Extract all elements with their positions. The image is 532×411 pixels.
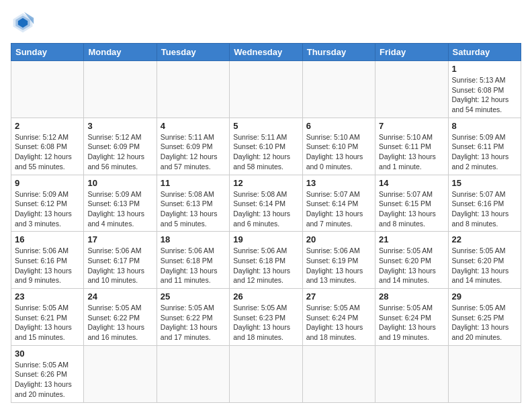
day-number: 2 (15, 121, 80, 131)
calendar-cell: 21Sunrise: 5:05 AM Sunset: 6:20 PM Dayli… (375, 232, 448, 289)
day-number: 21 (379, 234, 444, 244)
calendar-cell: 13Sunrise: 5:07 AM Sunset: 6:14 PM Dayli… (302, 175, 375, 232)
day-info: Sunrise: 5:12 AM Sunset: 6:08 PM Dayligh… (15, 132, 80, 172)
weekday-row: SundayMondayTuesdayWednesdayThursdayFrid… (11, 44, 521, 61)
day-number: 24 (87, 291, 152, 302)
day-info: Sunrise: 5:05 AM Sunset: 6:23 PM Dayligh… (233, 303, 298, 342)
day-info: Sunrise: 5:09 AM Sunset: 6:11 PM Dayligh… (452, 132, 517, 172)
calendar-cell: 8Sunrise: 5:09 AM Sunset: 6:11 PM Daylig… (448, 118, 521, 175)
calendar-cell: 14Sunrise: 5:07 AM Sunset: 6:15 PM Dayli… (375, 175, 448, 232)
calendar-week-row: 23Sunrise: 5:05 AM Sunset: 6:21 PM Dayli… (11, 289, 521, 346)
calendar-cell: 28Sunrise: 5:05 AM Sunset: 6:24 PM Dayli… (375, 289, 448, 346)
calendar-cell: 10Sunrise: 5:09 AM Sunset: 6:13 PM Dayli… (84, 175, 157, 232)
calendar-cell: 2Sunrise: 5:12 AM Sunset: 6:08 PM Daylig… (11, 118, 84, 175)
day-info: Sunrise: 5:10 AM Sunset: 6:10 PM Dayligh… (306, 132, 371, 172)
logo (11, 11, 39, 35)
calendar: SundayMondayTuesdayWednesdayThursdayFrid… (11, 43, 521, 403)
calendar-week-row: 9Sunrise: 5:09 AM Sunset: 6:12 PM Daylig… (11, 175, 521, 232)
day-info: Sunrise: 5:05 AM Sunset: 6:20 PM Dayligh… (379, 246, 444, 285)
calendar-week-row: 30Sunrise: 5:05 AM Sunset: 6:26 PM Dayli… (11, 345, 521, 402)
day-info: Sunrise: 5:11 AM Sunset: 6:09 PM Dayligh… (161, 132, 226, 172)
day-info: Sunrise: 5:06 AM Sunset: 6:18 PM Dayligh… (161, 246, 226, 285)
weekday-header: Thursday (302, 44, 375, 61)
day-number: 27 (306, 291, 371, 302)
day-info: Sunrise: 5:09 AM Sunset: 6:13 PM Dayligh… (87, 189, 152, 229)
day-number: 22 (452, 234, 517, 244)
calendar-cell: 3Sunrise: 5:12 AM Sunset: 6:09 PM Daylig… (84, 118, 157, 175)
calendar-cell: 1Sunrise: 5:13 AM Sunset: 6:08 PM Daylig… (448, 61, 521, 118)
day-number: 4 (161, 121, 226, 131)
day-number: 19 (233, 234, 298, 244)
weekday-header: Tuesday (157, 44, 229, 61)
day-number: 28 (379, 291, 444, 302)
calendar-cell (84, 61, 157, 118)
day-number: 9 (15, 178, 80, 188)
day-number: 30 (15, 349, 80, 359)
day-info: Sunrise: 5:05 AM Sunset: 6:25 PM Dayligh… (452, 303, 517, 342)
day-number: 20 (306, 234, 371, 244)
day-number: 17 (87, 234, 152, 244)
day-number: 25 (161, 291, 226, 302)
calendar-cell (302, 345, 375, 402)
calendar-cell (11, 61, 84, 118)
weekday-header: Monday (84, 44, 157, 61)
day-number: 26 (233, 291, 298, 302)
day-info: Sunrise: 5:08 AM Sunset: 6:14 PM Dayligh… (233, 189, 298, 229)
calendar-cell: 19Sunrise: 5:06 AM Sunset: 6:18 PM Dayli… (230, 232, 302, 289)
calendar-cell: 24Sunrise: 5:05 AM Sunset: 6:22 PM Dayli… (84, 289, 157, 346)
calendar-cell: 29Sunrise: 5:05 AM Sunset: 6:25 PM Dayli… (448, 289, 521, 346)
calendar-cell (448, 345, 521, 402)
day-number: 11 (161, 178, 226, 188)
day-number: 10 (87, 178, 152, 188)
day-number: 14 (379, 178, 444, 188)
calendar-cell: 23Sunrise: 5:05 AM Sunset: 6:21 PM Dayli… (11, 289, 84, 346)
calendar-cell: 7Sunrise: 5:10 AM Sunset: 6:11 PM Daylig… (375, 118, 448, 175)
day-info: Sunrise: 5:08 AM Sunset: 6:13 PM Dayligh… (161, 189, 226, 229)
page-header (11, 11, 521, 35)
day-info: Sunrise: 5:05 AM Sunset: 6:24 PM Dayligh… (379, 303, 444, 342)
calendar-cell (157, 345, 229, 402)
day-info: Sunrise: 5:09 AM Sunset: 6:12 PM Dayligh… (15, 189, 80, 229)
weekday-header: Saturday (448, 44, 521, 61)
day-number: 8 (452, 121, 517, 131)
day-number: 3 (87, 121, 152, 131)
calendar-cell: 17Sunrise: 5:06 AM Sunset: 6:17 PM Dayli… (84, 232, 157, 289)
day-number: 29 (452, 291, 517, 302)
day-info: Sunrise: 5:12 AM Sunset: 6:09 PM Dayligh… (87, 132, 152, 172)
day-info: Sunrise: 5:05 AM Sunset: 6:21 PM Dayligh… (15, 303, 80, 342)
calendar-cell (230, 345, 302, 402)
calendar-cell: 4Sunrise: 5:11 AM Sunset: 6:09 PM Daylig… (157, 118, 229, 175)
calendar-cell: 5Sunrise: 5:11 AM Sunset: 6:10 PM Daylig… (230, 118, 302, 175)
calendar-cell: 25Sunrise: 5:05 AM Sunset: 6:22 PM Dayli… (157, 289, 229, 346)
day-number: 16 (15, 234, 80, 244)
calendar-cell (302, 61, 375, 118)
day-info: Sunrise: 5:06 AM Sunset: 6:17 PM Dayligh… (87, 246, 152, 285)
calendar-cell: 11Sunrise: 5:08 AM Sunset: 6:13 PM Dayli… (157, 175, 229, 232)
calendar-cell (375, 61, 448, 118)
day-number: 12 (233, 178, 298, 188)
day-info: Sunrise: 5:05 AM Sunset: 6:20 PM Dayligh… (452, 246, 517, 285)
calendar-week-row: 2Sunrise: 5:12 AM Sunset: 6:08 PM Daylig… (11, 118, 521, 175)
calendar-cell: 27Sunrise: 5:05 AM Sunset: 6:24 PM Dayli… (302, 289, 375, 346)
day-number: 13 (306, 178, 371, 188)
day-number: 5 (233, 121, 298, 131)
day-info: Sunrise: 5:05 AM Sunset: 6:22 PM Dayligh… (87, 303, 152, 342)
weekday-header: Sunday (11, 44, 84, 61)
calendar-cell (230, 61, 302, 118)
day-info: Sunrise: 5:05 AM Sunset: 6:24 PM Dayligh… (306, 303, 371, 342)
day-info: Sunrise: 5:06 AM Sunset: 6:19 PM Dayligh… (306, 246, 371, 285)
day-number: 23 (15, 291, 80, 302)
calendar-cell: 20Sunrise: 5:06 AM Sunset: 6:19 PM Dayli… (302, 232, 375, 289)
day-info: Sunrise: 5:06 AM Sunset: 6:16 PM Dayligh… (15, 246, 80, 285)
day-number: 6 (306, 121, 371, 131)
calendar-cell (84, 345, 157, 402)
calendar-cell: 9Sunrise: 5:09 AM Sunset: 6:12 PM Daylig… (11, 175, 84, 232)
calendar-cell: 18Sunrise: 5:06 AM Sunset: 6:18 PM Dayli… (157, 232, 229, 289)
day-info: Sunrise: 5:07 AM Sunset: 6:15 PM Dayligh… (379, 189, 444, 229)
calendar-cell (375, 345, 448, 402)
day-info: Sunrise: 5:05 AM Sunset: 6:22 PM Dayligh… (161, 303, 226, 342)
day-number: 1 (452, 64, 517, 74)
day-info: Sunrise: 5:06 AM Sunset: 6:18 PM Dayligh… (233, 246, 298, 285)
calendar-week-row: 16Sunrise: 5:06 AM Sunset: 6:16 PM Dayli… (11, 232, 521, 289)
calendar-cell: 26Sunrise: 5:05 AM Sunset: 6:23 PM Dayli… (230, 289, 302, 346)
